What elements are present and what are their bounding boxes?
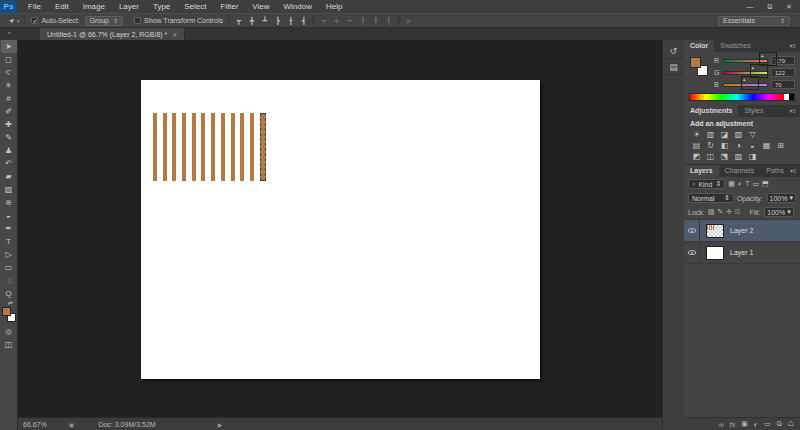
quick-selection-tool[interactable]: ✳ xyxy=(2,79,16,92)
blend-mode-dropdown[interactable]: Normal ⇕ xyxy=(688,193,734,203)
curves-icon[interactable]: ◪ xyxy=(720,130,729,139)
show-transform-checkbox[interactable] xyxy=(134,17,141,24)
new-layer-icon[interactable]: ⧉ xyxy=(777,420,782,428)
tool-preset-picker[interactable]: ➤ ▾ xyxy=(4,15,25,26)
rectangular-marquee-tool[interactable]: ◻ xyxy=(2,53,16,66)
pen-tool[interactable]: ✒ xyxy=(2,222,16,235)
foreground-color-swatch[interactable] xyxy=(2,307,11,316)
zoom-level-field[interactable]: 66.67% xyxy=(18,421,51,428)
layer-name[interactable]: Layer 1 xyxy=(730,249,753,256)
tab-swatches[interactable]: Swatches xyxy=(714,40,756,52)
pattern-stripe-selected[interactable] xyxy=(260,113,266,181)
tab-channels[interactable]: Channels xyxy=(719,165,761,177)
menu-item[interactable]: Layer xyxy=(112,0,146,13)
swap-colors-icon[interactable]: ⇄ xyxy=(8,300,13,307)
lock-transparency-icon[interactable]: ▨ xyxy=(708,208,715,216)
status-flyout-arrow-icon[interactable]: ▶ xyxy=(218,421,223,428)
quick-mask-button[interactable]: ◎ xyxy=(2,325,16,338)
channel-slider[interactable]: ▲ xyxy=(723,71,768,75)
layer-style-icon[interactable]: fx xyxy=(730,421,735,428)
channel-slider[interactable]: ▲ xyxy=(723,59,768,63)
filter-type-layers-icon[interactable]: T xyxy=(745,180,749,188)
toolbar-collapse-icon[interactable]: ❝ xyxy=(0,28,18,40)
add-layer-mask-icon[interactable]: ▣ xyxy=(741,420,748,428)
brightness-contrast-icon[interactable]: ☀ xyxy=(692,130,701,139)
opacity-dropdown[interactable]: 100% ▾ xyxy=(767,193,796,203)
filter-smart-objects-icon[interactable]: ⬒ xyxy=(762,180,769,188)
fill-dropdown[interactable]: 100% ▾ xyxy=(764,207,793,217)
hand-tool[interactable]: ☜ xyxy=(2,274,16,287)
pattern-stripe[interactable] xyxy=(221,113,225,181)
levels-icon[interactable]: ▥ xyxy=(706,130,715,139)
layer-thumbnail[interactable] xyxy=(706,246,724,260)
lock-position-icon[interactable]: ✛ xyxy=(726,208,732,216)
history-panel-icon[interactable]: ↺ xyxy=(665,43,683,59)
slider-thumb-icon[interactable]: ▲ xyxy=(741,76,759,90)
screen-mode-button[interactable]: ◫ xyxy=(2,338,16,351)
pattern-stripe[interactable] xyxy=(240,113,244,181)
exposure-icon[interactable]: ▧ xyxy=(734,130,743,139)
pasteboard[interactable] xyxy=(18,40,662,417)
pattern-stripe[interactable] xyxy=(192,113,196,181)
tab-paths[interactable]: Paths xyxy=(760,165,790,177)
threshold-icon[interactable]: ◫ xyxy=(706,152,715,161)
minimize-icon[interactable]: — xyxy=(746,3,753,11)
layer-row-layer-2[interactable]: Layer 2 xyxy=(684,220,800,242)
brush-tool[interactable]: ✎ xyxy=(2,131,16,144)
link-layers-icon[interactable]: ∞ xyxy=(719,421,724,428)
pattern-stripe[interactable] xyxy=(231,113,235,181)
pattern-stripe[interactable] xyxy=(172,113,176,181)
rectangle-tool[interactable]: ▭ xyxy=(2,261,16,274)
black-swatch[interactable] xyxy=(789,94,794,100)
menu-item[interactable]: Help xyxy=(319,0,349,13)
tab-adjustments[interactable]: Adjustments xyxy=(684,105,738,117)
blur-tool[interactable]: ≋ xyxy=(2,196,16,209)
color-lookup-icon[interactable]: ▦ xyxy=(762,141,771,150)
mini-bridge-panel-icon[interactable]: ▤ xyxy=(665,59,683,75)
crop-tool[interactable]: # xyxy=(2,92,16,105)
panel-menu-icon[interactable]: ▾≡ xyxy=(789,105,800,117)
type-tool[interactable]: T xyxy=(2,235,16,248)
channel-mixer-icon[interactable]: ◒ xyxy=(748,141,757,150)
align-horizontal-centers-icon[interactable]: ╂ xyxy=(286,17,295,25)
align-vertical-centers-icon[interactable]: ╋ xyxy=(247,17,256,25)
tab-close-icon[interactable]: ✕ xyxy=(172,31,177,38)
layer-name[interactable]: Layer 2 xyxy=(730,227,753,234)
close-icon[interactable]: ✕ xyxy=(786,3,792,11)
color-balance-icon[interactable]: ↻ xyxy=(706,141,715,150)
gradient-map-icon[interactable]: ⬔ xyxy=(720,152,729,161)
filter-pixel-layers-icon[interactable]: ▦ xyxy=(728,180,735,188)
pattern-stripe[interactable] xyxy=(201,113,205,181)
pattern-stripe[interactable] xyxy=(211,113,215,181)
menu-item[interactable]: Window xyxy=(277,0,319,13)
lut-icon[interactable]: ◨ xyxy=(748,152,757,161)
tab-color[interactable]: Color xyxy=(684,40,714,52)
align-bottom-edges-icon[interactable]: ┻ xyxy=(260,17,269,25)
layer-row-layer-1[interactable]: Layer 1 xyxy=(684,242,800,264)
document-canvas[interactable] xyxy=(141,80,540,379)
pattern-stripe[interactable] xyxy=(153,113,157,181)
move-tool[interactable]: ➤ xyxy=(1,40,17,53)
path-selection-tool[interactable]: ▷ xyxy=(2,248,16,261)
layer-thumbnail[interactable] xyxy=(706,224,724,238)
auto-select-checkbox[interactable]: ✓ xyxy=(31,17,38,24)
panel-menu-icon[interactable]: ▾≡ xyxy=(789,40,800,52)
menu-item[interactable]: Edit xyxy=(48,0,76,13)
panel-menu-icon[interactable]: ▾≡ xyxy=(790,165,800,177)
spectrum-gradient[interactable] xyxy=(690,94,784,100)
tab-styles[interactable]: Styles xyxy=(738,105,769,117)
menu-item[interactable]: Filter xyxy=(214,0,246,13)
pattern-stripe[interactable] xyxy=(182,113,186,181)
visibility-toggle[interactable] xyxy=(684,242,700,263)
color-spectrum-ramp[interactable] xyxy=(689,93,795,101)
tab-layers[interactable]: Layers xyxy=(684,165,719,177)
menu-item[interactable]: Select xyxy=(177,0,213,13)
restore-icon[interactable]: ⧉ xyxy=(767,3,772,11)
channel-value-field[interactable]: 122 xyxy=(771,68,795,77)
workspace-switcher[interactable]: Essentials ⇕ xyxy=(718,16,790,26)
filter-adjustment-layers-icon[interactable]: ◐ xyxy=(738,180,742,188)
pattern-stripe[interactable] xyxy=(250,113,254,181)
align-left-edges-icon[interactable]: ┣ xyxy=(273,17,282,25)
selective-color-icon[interactable]: ▨ xyxy=(734,152,743,161)
visibility-toggle[interactable] xyxy=(684,220,700,241)
